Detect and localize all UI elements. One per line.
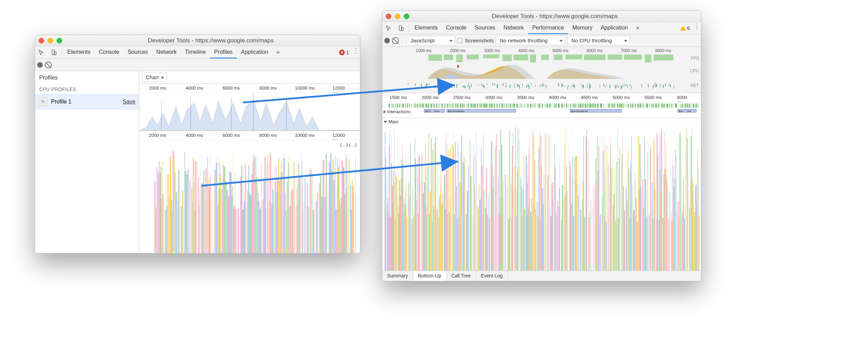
tab-sources[interactable]: Sources bbox=[123, 46, 152, 58]
kebab-menu-icon[interactable]: ⋮ bbox=[693, 22, 701, 34]
tab-summary[interactable]: Summary bbox=[382, 271, 413, 281]
devtools-tabbar: Elements Console Sources Network Timelin… bbox=[35, 46, 360, 59]
titlebar[interactable]: Developer Tools - https://www.google.com… bbox=[382, 11, 701, 22]
tab-elements[interactable]: Elements bbox=[410, 22, 442, 34]
animation-segment[interactable]: An…on bbox=[677, 109, 696, 113]
tab-application[interactable]: Application bbox=[596, 22, 632, 34]
cpu-lane bbox=[407, 65, 680, 79]
tab-elements[interactable]: Elements bbox=[63, 46, 95, 58]
animation-segment[interactable]: Animation bbox=[446, 109, 516, 113]
profiles-toolbar bbox=[35, 59, 360, 71]
profile-main-pane: Chart 2000 ms4000 ms6000 ms8000 ms10000 … bbox=[139, 71, 360, 253]
zoom-window-button[interactable] bbox=[404, 14, 409, 19]
overview-time-axis[interactable]: 1000 ms2000 ms3000 ms4000 ms5000 ms6000 … bbox=[407, 47, 680, 55]
detail-time-axis[interactable]: 2000 ms4000 ms6000 ms8000 ms10000 ms1200… bbox=[139, 131, 360, 140]
performance-overview[interactable]: 1000 ms2000 ms3000 ms4000 ms5000 ms6000 … bbox=[382, 47, 701, 93]
error-count-badge[interactable]: ✕ 1 bbox=[336, 46, 352, 58]
devtools-tabbar: Elements Console Sources Network Perform… bbox=[382, 22, 701, 34]
svg-rect-9 bbox=[457, 65, 459, 68]
view-select[interactable]: Chart bbox=[142, 73, 167, 82]
fps-lane-label: FPS bbox=[691, 56, 699, 61]
record-button[interactable] bbox=[37, 62, 43, 68]
main-flame-chart[interactable] bbox=[382, 126, 701, 271]
clear-button[interactable] bbox=[45, 61, 52, 68]
minimize-window-button[interactable] bbox=[395, 14, 400, 19]
detail-time-axis[interactable]: 1500 ms2000 ms2500 ms3000 ms3500 ms4000 … bbox=[382, 93, 701, 102]
warning-icon bbox=[680, 26, 686, 31]
tab-network[interactable]: Network bbox=[499, 22, 528, 34]
overview-time-axis[interactable]: 2000 ms4000 ms6000 ms8000 ms10000 ms1200… bbox=[139, 84, 360, 93]
performance-toolbar: JavaScript Screenshots No network thrott… bbox=[382, 34, 701, 47]
devtools-window-profiles: Developer Tools - https://www.google.com… bbox=[35, 35, 360, 254]
tab-timeline[interactable]: Timeline bbox=[181, 46, 210, 58]
net-lane-label: NET bbox=[691, 83, 699, 88]
window-title: Developer Tools - https://www.google.com… bbox=[412, 13, 698, 20]
cpu-throttling-select[interactable]: No CPU throttling bbox=[567, 36, 630, 45]
screenshots-toggle[interactable]: Screenshots bbox=[457, 38, 494, 43]
interactions-label[interactable]: Interactions bbox=[384, 109, 410, 114]
net-lane bbox=[407, 83, 680, 88]
separator bbox=[61, 48, 62, 56]
tab-performance[interactable]: Performance bbox=[528, 22, 568, 34]
devtools-window-performance: Developer Tools - https://www.google.com… bbox=[382, 10, 701, 281]
network-throttling-select[interactable]: No network throttling bbox=[496, 36, 565, 45]
profile-list-item[interactable]: % Profile 1 Save bbox=[35, 94, 139, 109]
tab-console[interactable]: Console bbox=[442, 22, 471, 34]
close-window-button[interactable] bbox=[386, 14, 391, 19]
expand-icon bbox=[384, 110, 386, 114]
checkbox-icon bbox=[457, 38, 462, 43]
profile-icon: % bbox=[39, 97, 48, 106]
tab-network[interactable]: Network bbox=[152, 46, 181, 58]
profile-view-toolbar: Chart bbox=[139, 71, 360, 84]
tab-memory[interactable]: Memory bbox=[568, 22, 596, 34]
tab-console[interactable]: Console bbox=[95, 46, 124, 58]
profile-save-link[interactable]: Save bbox=[123, 99, 135, 105]
capture-select[interactable]: JavaScript bbox=[407, 36, 455, 45]
inspect-element-icon[interactable] bbox=[382, 22, 395, 34]
tabs-overflow[interactable]: » bbox=[272, 46, 284, 58]
profile-label: Profile 1 bbox=[51, 99, 119, 105]
main-track-header[interactable]: Main bbox=[382, 118, 701, 126]
minimize-window-button[interactable] bbox=[48, 38, 53, 43]
kebab-menu-icon[interactable]: ⋮ bbox=[352, 46, 360, 58]
error-icon: ✕ bbox=[339, 50, 345, 55]
tabs-overflow[interactable]: » bbox=[632, 22, 643, 34]
animation-segment[interactable]: Ani…ion bbox=[424, 109, 445, 113]
inspect-element-icon[interactable] bbox=[35, 46, 48, 58]
clear-button[interactable] bbox=[392, 37, 399, 44]
collapse-icon bbox=[384, 121, 387, 123]
screenshots-label: Screenshots bbox=[465, 38, 494, 43]
zoom-window-button[interactable] bbox=[57, 38, 62, 43]
tab-application[interactable]: Application bbox=[237, 46, 272, 58]
window-controls bbox=[386, 14, 409, 19]
error-count: 1 bbox=[346, 49, 349, 55]
separator bbox=[409, 24, 409, 32]
device-toolbar-icon[interactable] bbox=[48, 46, 60, 58]
tab-bottom-up[interactable]: Bottom-Up bbox=[413, 271, 446, 281]
close-window-button[interactable] bbox=[39, 38, 44, 43]
record-button[interactable] bbox=[384, 38, 390, 43]
warning-count: 6 bbox=[687, 25, 690, 31]
tab-event-log[interactable]: Event Log bbox=[476, 271, 508, 281]
truncated-labels: (…) (…) bbox=[340, 142, 357, 147]
profiles-sidebar: Profiles CPU PROFILES % Profile 1 Save bbox=[35, 71, 139, 253]
tab-sources[interactable]: Sources bbox=[470, 22, 499, 34]
warning-count-badge[interactable]: 6 bbox=[677, 22, 693, 34]
sidebar-section-header: CPU PROFILES bbox=[35, 84, 139, 94]
details-tabbar: Summary Bottom-Up Call Tree Event Log bbox=[382, 271, 701, 281]
cpu-lane-label: CPU bbox=[690, 68, 699, 73]
animation-segment[interactable]: Animation bbox=[570, 109, 622, 113]
window-controls bbox=[39, 38, 62, 43]
tab-profiles[interactable]: Profiles bbox=[210, 46, 237, 58]
flame-chart[interactable]: (…) (…) bbox=[139, 140, 360, 253]
device-toolbar-icon[interactable] bbox=[395, 22, 407, 34]
interactions-track[interactable]: Interactions Ani…ion Animation Animation… bbox=[382, 102, 701, 118]
sidebar-header: Profiles bbox=[35, 71, 139, 84]
cpu-overview-chart[interactable] bbox=[139, 93, 360, 131]
titlebar[interactable]: Developer Tools - https://www.google.com… bbox=[35, 35, 360, 46]
tab-call-tree[interactable]: Call Tree bbox=[446, 271, 476, 281]
window-title: Developer Tools - https://www.google.com… bbox=[65, 37, 357, 44]
